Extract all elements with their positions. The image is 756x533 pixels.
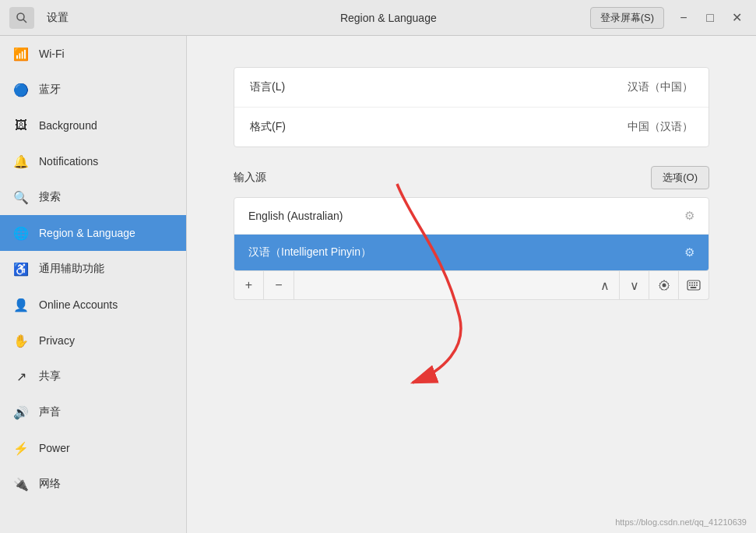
input-source-title: 输入源 [234, 171, 266, 185]
input-item-text-english: English (Australian) [248, 210, 684, 222]
move-up-button[interactable]: ∧ [590, 271, 620, 299]
background-icon: 🖼 [12, 117, 30, 134]
input-item-chinese[interactable]: 汉语（Intelligent Pinyin）⚙ [234, 235, 709, 270]
add-input-button[interactable]: + [234, 271, 264, 299]
svg-point-2 [662, 284, 666, 288]
sidebar-label-bluetooth: 蓝牙 [39, 83, 61, 97]
sidebar-item-sound[interactable]: 🔊声音 [0, 394, 186, 430]
gear-icon-english[interactable]: ⚙ [684, 209, 694, 223]
sidebar-label-region: Region & Language [39, 227, 135, 239]
sidebar-label-accessibility: 通用辅助功能 [39, 262, 104, 276]
sidebar-label-wifi: Wi-Fi [39, 48, 65, 60]
search-icon: 🔍 [12, 189, 30, 206]
sidebar-item-background[interactable]: 🖼Background [0, 108, 186, 143]
region-icon: 🌐 [12, 224, 30, 242]
maximize-button[interactable]: □ [700, 8, 720, 28]
move-down-button[interactable]: ∨ [620, 271, 649, 299]
toolbar-right-group: ∧ ∨ [590, 271, 709, 299]
input-item-english[interactable]: English (Australian)⚙ [234, 198, 709, 235]
network-icon: 🔌 [12, 475, 30, 492]
input-source-header: 输入源 选项(O) [234, 166, 709, 189]
sidebar-item-network[interactable]: 🔌网络 [0, 466, 186, 502]
sidebar: 📶Wi-Fi🔵蓝牙🖼Background🔔Notifications🔍搜索🌐Re… [0, 36, 187, 533]
search-button[interactable] [9, 7, 34, 29]
sidebar-label-sound: 声音 [39, 405, 61, 419]
sidebar-item-region[interactable]: 🌐Region & Language [0, 215, 186, 251]
sidebar-label-background: Background [39, 119, 97, 132]
language-format-card: 语言(L) 汉语（中国） 格式(F) 中国（汉语） [234, 67, 709, 147]
privacy-icon: ✋ [12, 332, 30, 349]
content-area: 语言(L) 汉语（中国） 格式(F) 中国（汉语） 输入源 选项(O) Engl… [187, 36, 756, 533]
window-controls: − □ ✕ [673, 8, 747, 28]
language-label: 语言(L) [250, 80, 628, 94]
sidebar-item-privacy[interactable]: ✋Privacy [0, 323, 186, 358]
add-remove-group: + − [234, 271, 294, 299]
svg-point-0 [17, 13, 24, 20]
language-value: 汉语（中国） [628, 80, 693, 94]
watermark: https://blog.csdn.net/qq_41210639 [615, 517, 747, 527]
sound-icon: 🔊 [12, 404, 30, 421]
titlebar: 设置 Region & Language 登录屏幕(S) − □ ✕ [0, 0, 756, 36]
minimize-button[interactable]: − [673, 8, 694, 28]
sidebar-item-power[interactable]: ⚡Power [0, 430, 186, 466]
gear-icon-chinese[interactable]: ⚙ [684, 245, 694, 259]
share-icon: ↗ [12, 368, 30, 385]
bluetooth-icon: 🔵 [12, 81, 30, 98]
power-icon: ⚡ [12, 439, 30, 457]
sidebar-label-notifications: Notifications [39, 155, 98, 168]
options-button[interactable]: 选项(O) [651, 166, 709, 189]
format-row[interactable]: 格式(F) 中国（汉语） [234, 108, 709, 146]
sidebar-item-notifications[interactable]: 🔔Notifications [0, 143, 186, 179]
sidebar-item-bluetooth[interactable]: 🔵蓝牙 [0, 72, 186, 108]
input-list: English (Australian)⚙汉语（Intelligent Piny… [234, 197, 709, 271]
accessibility-icon: ♿ [12, 260, 30, 277]
main-layout: 📶Wi-Fi🔵蓝牙🖼Background🔔Notifications🔍搜索🌐Re… [0, 36, 756, 533]
close-button[interactable]: ✕ [726, 8, 747, 28]
sidebar-item-wifi[interactable]: 📶Wi-Fi [0, 36, 186, 72]
settings-button[interactable] [649, 271, 679, 299]
remove-input-button[interactable]: − [264, 271, 294, 299]
format-value: 中国（汉语） [628, 120, 693, 134]
language-row[interactable]: 语言(L) 汉语（中国） [234, 68, 709, 108]
input-item-text-chinese: 汉语（Intelligent Pinyin） [248, 245, 684, 259]
notifications-icon: 🔔 [12, 153, 30, 170]
format-label: 格式(F) [250, 120, 628, 134]
wifi-icon: 📶 [12, 45, 30, 62]
app-name: 设置 [47, 11, 187, 25]
sidebar-label-search: 搜索 [39, 190, 61, 204]
sidebar-label-share: 共享 [39, 369, 61, 383]
svg-line-1 [23, 19, 26, 23]
login-screen-button[interactable]: 登录屏幕(S) [590, 7, 664, 29]
keyboard-button[interactable] [679, 271, 709, 299]
sidebar-item-search[interactable]: 🔍搜索 [0, 179, 186, 215]
sidebar-label-network: 网络 [39, 477, 61, 491]
sidebar-label-power: Power [39, 442, 70, 454]
sidebar-label-online-accounts: Online Accounts [39, 298, 118, 311]
sidebar-item-online-accounts[interactable]: 👤Online Accounts [0, 287, 186, 323]
window-title: Region & Language [187, 12, 590, 24]
sidebar-label-privacy: Privacy [39, 334, 75, 347]
input-toolbar: + − ∧ ∨ [234, 271, 709, 300]
sidebar-item-share[interactable]: ↗共享 [0, 358, 186, 394]
sidebar-item-accessibility[interactable]: ♿通用辅助功能 [0, 251, 186, 287]
online-accounts-icon: 👤 [12, 296, 30, 313]
